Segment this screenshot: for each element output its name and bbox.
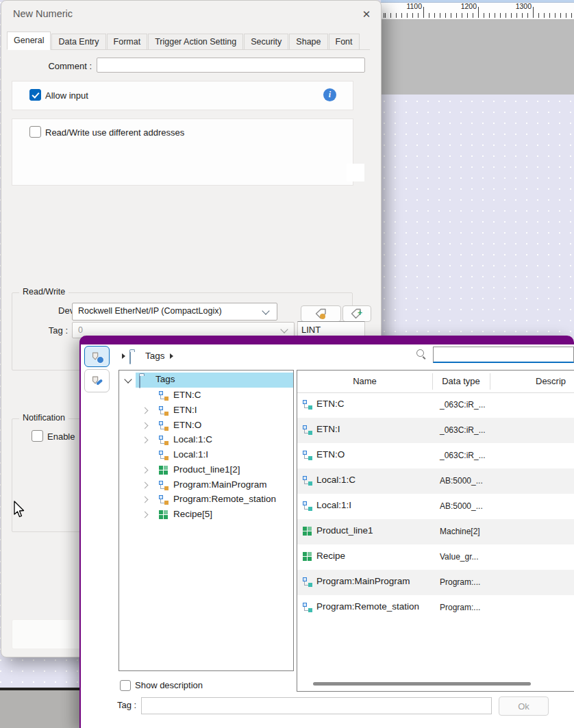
- table-row-local-1-c[interactable]: Local:1:CAB:5000_...: [297, 468, 574, 494]
- chevron-right-icon[interactable]: [142, 423, 149, 429]
- edit-tags-button[interactable]: [84, 369, 110, 392]
- show-description-label: Show description: [135, 680, 203, 690]
- table-cell-name: Recipe: [316, 551, 345, 561]
- tree-item-program-mainprogram[interactable]: Program:MainProgram: [119, 478, 293, 493]
- table-row-etn-c[interactable]: ETN:C_063C:iR_...: [297, 392, 574, 418]
- table-cell-name: Local:1:I: [316, 500, 351, 510]
- tag-icon: [159, 391, 169, 401]
- ruler-label: 1100: [399, 2, 422, 10]
- allow-input-label: Allow input: [45, 90, 88, 101]
- table-cell-datatype: Machine[2]: [440, 527, 480, 536]
- chevron-down-icon[interactable]: [124, 375, 132, 383]
- breadcrumb-arrow-icon[interactable]: [122, 353, 125, 359]
- close-icon[interactable]: ✕: [358, 6, 375, 23]
- tab-font[interactable]: Font: [329, 34, 360, 49]
- tag-icon: [159, 481, 169, 490]
- notification-enable-label: Enable: [47, 431, 75, 442]
- orange-dot-badge: [320, 314, 325, 319]
- table-row-etn-i[interactable]: ETN:I_063C:iR_...: [297, 418, 574, 443]
- tree-item-local-1-c[interactable]: Local:1:C: [119, 433, 293, 448]
- table-cell-datatype: _063C:iR_...: [440, 451, 486, 460]
- tag-icon: [303, 476, 312, 486]
- table-cell-name: Local:1:C: [316, 475, 355, 485]
- table-cell-datatype: Value_gr...: [440, 552, 478, 562]
- horizontal-scrollbar[interactable]: [313, 682, 531, 686]
- notification-enable-checkbox[interactable]: [32, 430, 43, 442]
- chevron-right-icon[interactable]: [142, 512, 149, 518]
- tag-add-button[interactable]: +: [342, 305, 371, 322]
- popup-tag-input[interactable]: [141, 697, 492, 714]
- globe-badge: [97, 356, 104, 364]
- folder-icon: [139, 375, 140, 388]
- allow-input-checkbox[interactable]: [29, 89, 41, 101]
- table-cell-datatype: Program:...: [440, 603, 480, 612]
- tree-item-product-line1-2[interactable]: Product_line1[2]: [119, 463, 293, 478]
- popup-tag-label: Tag :: [117, 700, 136, 710]
- table-row-etn-o[interactable]: ETN:O_063C:iR_...: [297, 443, 574, 468]
- table-cell-datatype: _063C:iR_...: [440, 400, 486, 410]
- tree-item-program-remote-station[interactable]: Program:Remote_station: [119, 492, 293, 507]
- rw-different-checkbox[interactable]: [29, 126, 41, 138]
- tab-format[interactable]: Format: [107, 34, 148, 49]
- ok-button[interactable]: Ok: [499, 696, 549, 716]
- tree-item-label: ETN:O: [173, 420, 201, 430]
- folder-icon: [129, 351, 131, 364]
- chevron-right-icon[interactable]: [142, 467, 149, 474]
- tag-tree-panel: Tags ETN:CETN:IETN:OLocal:1:CLocal:1:IPr…: [118, 370, 294, 671]
- tab-bar: GeneralData EntryFormatTrigger Action Se…: [7, 32, 370, 50]
- table-cell-name: ETN:C: [316, 399, 345, 409]
- search-input[interactable]: [433, 347, 574, 363]
- tree-item-label: Local:1:I: [173, 449, 208, 460]
- comment-input[interactable]: [97, 58, 365, 73]
- tag-icon: [303, 603, 312, 612]
- array-grid-icon: [159, 466, 168, 475]
- breadcrumb-arrow-icon[interactable]: [170, 353, 173, 359]
- chevron-right-icon[interactable]: [142, 437, 149, 444]
- tag-browse-button[interactable]: [301, 305, 341, 322]
- column-header-name[interactable]: Name: [297, 376, 432, 386]
- table-row-program-mainprogram[interactable]: Program:MainProgramProgram:...: [297, 570, 574, 595]
- info-icon[interactable]: i: [323, 88, 336, 101]
- breadcrumb[interactable]: Tags: [145, 351, 165, 361]
- tab-general[interactable]: General: [7, 32, 51, 50]
- chevron-right-icon[interactable]: [142, 497, 149, 503]
- rw-different-label: Read/Write use different addresses: [45, 127, 184, 138]
- tree-item-label: Product_line1[2]: [173, 464, 240, 475]
- column-header-datatype[interactable]: Data type: [432, 376, 490, 386]
- table-cell-datatype: Program:...: [440, 577, 480, 587]
- show-description-checkbox[interactable]: [120, 680, 131, 691]
- screen: 110012001300 New Numeric ✕ GeneralData E…: [0, 0, 574, 728]
- data-type-value: LINT: [301, 325, 321, 335]
- green-plus-badge: +: [358, 310, 364, 316]
- table-row-program-remote-station[interactable]: Program:Remote_stationProgram:...: [297, 595, 574, 620]
- ruler-label: 1300: [508, 2, 532, 10]
- tree-item-etn-o[interactable]: ETN:O: [119, 418, 293, 434]
- tag-browser-popup: Tags Tags ETN:CETN:IETN:OLocal:1:CLocal:…: [79, 336, 574, 728]
- popup-accent-bar: [79, 336, 574, 344]
- table-cell-name: Product_line1: [316, 525, 373, 536]
- chevron-right-icon[interactable]: [142, 482, 149, 489]
- device-combobox[interactable]: Rockwell EtherNet/IP (CompactLogix): [72, 303, 277, 321]
- allow-input-panel: Allow input i: [12, 81, 353, 110]
- tree-item-etn-i[interactable]: ETN:I: [119, 403, 293, 418]
- table-row-product-line1[interactable]: Product_line1Machine[2]: [297, 519, 574, 544]
- tree-item-etn-c[interactable]: ETN:C: [119, 388, 293, 403]
- table-cell-datatype: AB:5000_...: [440, 476, 483, 486]
- tab-trigger-action-setting[interactable]: Trigger Action Setting: [148, 34, 243, 49]
- tab-data-entry[interactable]: Data Entry: [51, 34, 105, 49]
- table-row-recipe[interactable]: RecipeValue_gr...: [297, 544, 574, 570]
- browse-tags-button[interactable]: [84, 346, 110, 367]
- tree-item-recipe-5[interactable]: Recipe[5]: [119, 507, 293, 523]
- rw-different-panel: Read/Write use different addresses: [12, 118, 353, 186]
- tree-root-tags[interactable]: Tags: [119, 373, 293, 388]
- tree-item-local-1-i[interactable]: Local:1:I: [119, 448, 293, 463]
- tab-security[interactable]: Security: [244, 34, 288, 49]
- column-header-description[interactable]: Descrip: [536, 376, 574, 386]
- chevron-right-icon[interactable]: [142, 407, 149, 414]
- notification-legend: Notification: [19, 413, 68, 423]
- table-row-local-1-i[interactable]: Local:1:IAB:5000_...: [297, 494, 574, 519]
- tag-globe-icon: [90, 351, 104, 362]
- tab-shape[interactable]: Shape: [289, 34, 327, 49]
- tag-icon: [303, 400, 312, 410]
- array-grid-icon: [303, 527, 312, 536]
